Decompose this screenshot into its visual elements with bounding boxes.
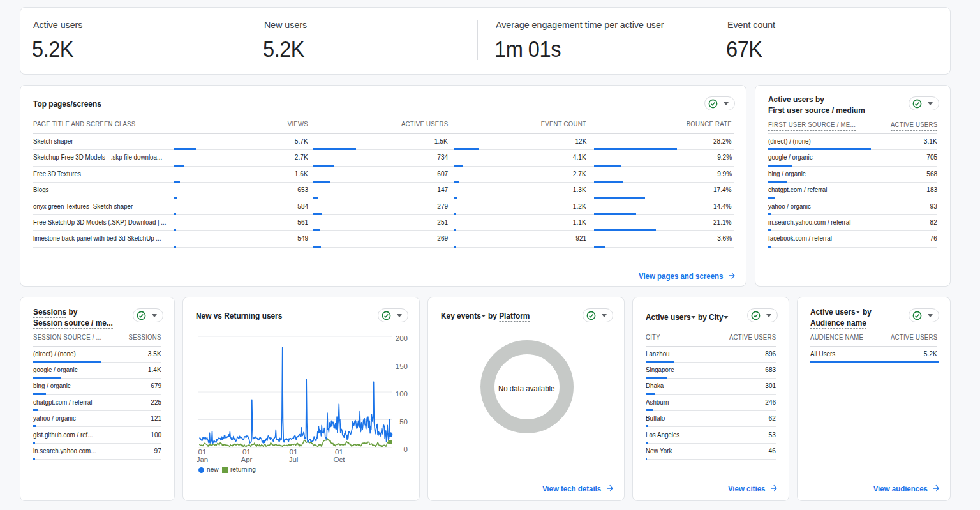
svg-text:50: 50 [399,418,408,426]
svg-text:0: 0 [404,446,408,453]
svg-text:100: 100 [396,390,408,398]
svg-text:Jan: Jan [197,456,209,463]
svg-text:Apr: Apr [241,456,253,463]
svg-text:01: 01 [335,448,343,456]
svg-text:Jul: Jul [289,456,299,463]
svg-text:01: 01 [198,448,207,456]
svg-text:150: 150 [396,363,408,370]
svg-text:01: 01 [242,448,251,456]
svg-text:Oct: Oct [334,456,346,463]
svg-text:01: 01 [290,448,298,456]
svg-text:200: 200 [396,334,408,342]
